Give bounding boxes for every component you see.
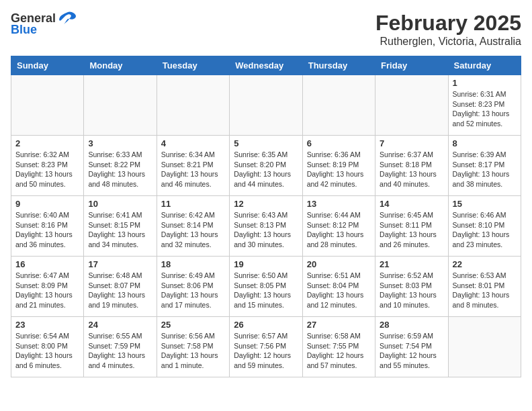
day-info: Sunrise: 6:37 AM Sunset: 8:18 PM Dayligh… — [380, 150, 443, 189]
calendar-cell: 27Sunrise: 6:58 AM Sunset: 7:55 PM Dayli… — [302, 317, 375, 377]
day-info: Sunrise: 6:59 AM Sunset: 7:54 PM Dayligh… — [380, 331, 443, 371]
calendar-cell — [375, 75, 448, 136]
calendar-cell: 5Sunrise: 6:35 AM Sunset: 8:20 PM Daylig… — [230, 136, 302, 196]
calendar-cell: 2Sunrise: 6:32 AM Sunset: 8:23 PM Daylig… — [11, 136, 84, 196]
day-number: 28 — [380, 320, 443, 330]
calendar-cell — [230, 75, 302, 136]
calendar-cell — [84, 75, 157, 136]
calendar-cell: 7Sunrise: 6:37 AM Sunset: 8:18 PM Daylig… — [375, 136, 448, 196]
calendar-weekday-thursday: Thursday — [302, 56, 375, 75]
calendar-cell: 28Sunrise: 6:59 AM Sunset: 7:54 PM Dayli… — [375, 317, 448, 377]
calendar-header-row: SundayMondayTuesdayWednesdayThursdayFrid… — [11, 56, 521, 75]
day-number: 8 — [453, 138, 517, 148]
calendar-cell: 13Sunrise: 6:44 AM Sunset: 8:12 PM Dayli… — [302, 196, 375, 257]
day-number: 2 — [15, 138, 79, 148]
day-info: Sunrise: 6:42 AM Sunset: 8:14 PM Dayligh… — [161, 210, 225, 250]
calendar-cell: 8Sunrise: 6:39 AM Sunset: 8:17 PM Daylig… — [448, 136, 521, 196]
logo-bird-icon — [58, 11, 77, 26]
logo-blue: Blue — [11, 23, 37, 37]
main-title: February 2025 — [375, 11, 521, 36]
calendar-cell: 1Sunrise: 6:31 AM Sunset: 8:23 PM Daylig… — [448, 75, 521, 136]
day-info: Sunrise: 6:50 AM Sunset: 8:05 PM Dayligh… — [234, 271, 298, 310]
calendar-cell: 10Sunrise: 6:41 AM Sunset: 8:15 PM Dayli… — [84, 196, 157, 257]
day-info: Sunrise: 6:58 AM Sunset: 7:55 PM Dayligh… — [307, 331, 371, 371]
day-number: 5 — [234, 138, 298, 148]
calendar-week-row: 9Sunrise: 6:40 AM Sunset: 8:16 PM Daylig… — [11, 196, 521, 257]
day-number: 13 — [307, 199, 371, 209]
day-info: Sunrise: 6:52 AM Sunset: 8:03 PM Dayligh… — [380, 271, 443, 310]
day-number: 25 — [161, 320, 225, 330]
page-header: General Blue February 2025 Rutherglen, V… — [11, 11, 521, 48]
day-number: 18 — [161, 259, 225, 269]
calendar-cell: 9Sunrise: 6:40 AM Sunset: 8:16 PM Daylig… — [11, 196, 84, 257]
day-number: 17 — [88, 259, 152, 269]
calendar-week-row: 2Sunrise: 6:32 AM Sunset: 8:23 PM Daylig… — [11, 136, 521, 196]
calendar-weekday-wednesday: Wednesday — [230, 56, 302, 75]
day-number: 21 — [380, 259, 443, 269]
day-number: 23 — [15, 320, 79, 330]
calendar-cell — [448, 317, 521, 377]
day-info: Sunrise: 6:51 AM Sunset: 8:04 PM Dayligh… — [307, 271, 371, 310]
calendar-cell: 24Sunrise: 6:55 AM Sunset: 7:59 PM Dayli… — [84, 317, 157, 377]
subtitle: Rutherglen, Victoria, Australia — [375, 36, 521, 48]
calendar-weekday-monday: Monday — [84, 56, 157, 75]
day-number: 3 — [88, 138, 152, 148]
day-info: Sunrise: 6:35 AM Sunset: 8:20 PM Dayligh… — [234, 150, 298, 189]
calendar-cell: 19Sunrise: 6:50 AM Sunset: 8:05 PM Dayli… — [230, 257, 302, 317]
calendar-cell: 12Sunrise: 6:43 AM Sunset: 8:13 PM Dayli… — [230, 196, 302, 257]
calendar-weekday-saturday: Saturday — [448, 56, 521, 75]
day-info: Sunrise: 6:53 AM Sunset: 8:01 PM Dayligh… — [453, 271, 517, 310]
day-info: Sunrise: 6:56 AM Sunset: 7:58 PM Dayligh… — [161, 331, 225, 371]
calendar-week-row: 16Sunrise: 6:47 AM Sunset: 8:09 PM Dayli… — [11, 257, 521, 317]
day-number: 4 — [161, 138, 225, 148]
day-info: Sunrise: 6:45 AM Sunset: 8:11 PM Dayligh… — [380, 210, 443, 250]
calendar-cell: 11Sunrise: 6:42 AM Sunset: 8:14 PM Dayli… — [157, 196, 229, 257]
calendar-cell: 15Sunrise: 6:46 AM Sunset: 8:10 PM Dayli… — [448, 196, 521, 257]
day-info: Sunrise: 6:44 AM Sunset: 8:12 PM Dayligh… — [307, 210, 371, 250]
day-info: Sunrise: 6:33 AM Sunset: 8:22 PM Dayligh… — [88, 150, 152, 189]
day-info: Sunrise: 6:36 AM Sunset: 8:19 PM Dayligh… — [307, 150, 371, 189]
calendar-cell: 26Sunrise: 6:57 AM Sunset: 7:56 PM Dayli… — [230, 317, 302, 377]
logo: General Blue — [11, 11, 77, 37]
day-number: 24 — [88, 320, 152, 330]
calendar-week-row: 1Sunrise: 6:31 AM Sunset: 8:23 PM Daylig… — [11, 75, 521, 136]
calendar-week-row: 23Sunrise: 6:54 AM Sunset: 8:00 PM Dayli… — [11, 317, 521, 377]
day-info: Sunrise: 6:40 AM Sunset: 8:16 PM Dayligh… — [15, 210, 79, 250]
day-info: Sunrise: 6:39 AM Sunset: 8:17 PM Dayligh… — [453, 150, 517, 189]
day-info: Sunrise: 6:55 AM Sunset: 7:59 PM Dayligh… — [88, 331, 152, 371]
day-info: Sunrise: 6:31 AM Sunset: 8:23 PM Dayligh… — [453, 89, 517, 129]
calendar-cell: 25Sunrise: 6:56 AM Sunset: 7:58 PM Dayli… — [157, 317, 229, 377]
calendar-table: SundayMondayTuesdayWednesdayThursdayFrid… — [11, 56, 521, 377]
day-number: 27 — [307, 320, 371, 330]
day-info: Sunrise: 6:54 AM Sunset: 8:00 PM Dayligh… — [15, 331, 79, 371]
calendar-cell: 4Sunrise: 6:34 AM Sunset: 8:21 PM Daylig… — [157, 136, 229, 196]
calendar-cell: 6Sunrise: 6:36 AM Sunset: 8:19 PM Daylig… — [302, 136, 375, 196]
day-number: 15 — [453, 199, 517, 209]
calendar-cell: 18Sunrise: 6:49 AM Sunset: 8:06 PM Dayli… — [157, 257, 229, 317]
day-info: Sunrise: 6:57 AM Sunset: 7:56 PM Dayligh… — [234, 331, 298, 371]
calendar-cell: 22Sunrise: 6:53 AM Sunset: 8:01 PM Dayli… — [448, 257, 521, 317]
day-number: 26 — [234, 320, 298, 330]
day-number: 19 — [234, 259, 298, 269]
day-number: 16 — [15, 259, 79, 269]
calendar-cell: 16Sunrise: 6:47 AM Sunset: 8:09 PM Dayli… — [11, 257, 84, 317]
day-info: Sunrise: 6:46 AM Sunset: 8:10 PM Dayligh… — [453, 210, 517, 250]
day-number: 12 — [234, 199, 298, 209]
day-info: Sunrise: 6:34 AM Sunset: 8:21 PM Dayligh… — [161, 150, 225, 189]
day-number: 14 — [380, 199, 443, 209]
day-number: 20 — [307, 259, 371, 269]
calendar-cell — [302, 75, 375, 136]
day-number: 10 — [88, 199, 152, 209]
calendar-cell: 3Sunrise: 6:33 AM Sunset: 8:22 PM Daylig… — [84, 136, 157, 196]
title-block: February 2025 Rutherglen, Victoria, Aust… — [375, 11, 521, 48]
day-number: 11 — [161, 199, 225, 209]
day-number: 1 — [453, 78, 517, 88]
calendar-weekday-friday: Friday — [375, 56, 448, 75]
day-info: Sunrise: 6:43 AM Sunset: 8:13 PM Dayligh… — [234, 210, 298, 250]
calendar-cell: 23Sunrise: 6:54 AM Sunset: 8:00 PM Dayli… — [11, 317, 84, 377]
day-number: 9 — [15, 199, 79, 209]
calendar-cell — [11, 75, 84, 136]
day-number: 6 — [307, 138, 371, 148]
day-info: Sunrise: 6:41 AM Sunset: 8:15 PM Dayligh… — [88, 210, 152, 250]
calendar-cell — [157, 75, 229, 136]
